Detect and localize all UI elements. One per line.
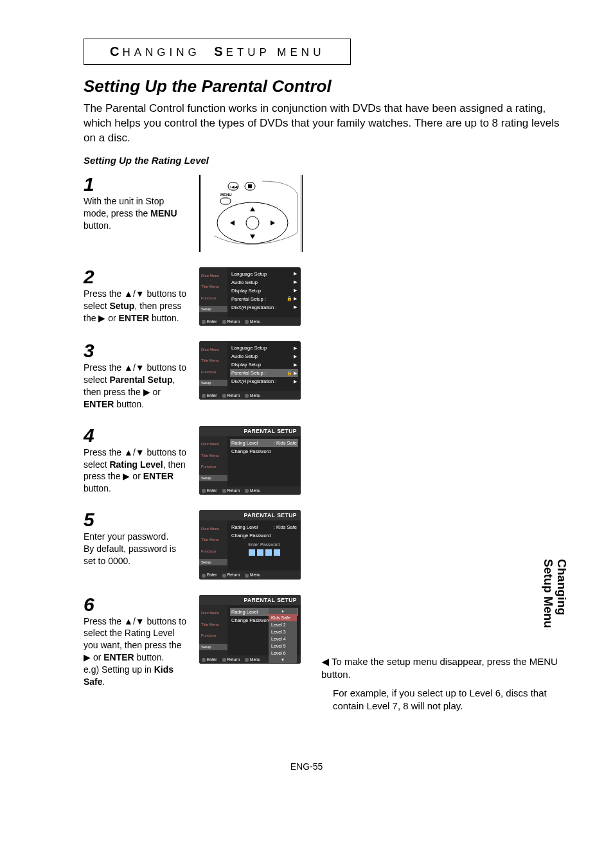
step-text: Enter your password. By default, passwor… <box>84 531 186 567</box>
page-title: Setting Up the Parental Control <box>84 76 574 96</box>
osd-screenshot-setup: Disc Menu Title Menu Function Setup Lang… <box>199 267 301 326</box>
step-number: 6 <box>84 595 186 614</box>
svg-text:MENU: MENU <box>220 193 232 197</box>
step-number: 1 <box>84 175 186 194</box>
side-tab: ChangingSetup Menu <box>541 559 568 628</box>
remote-illustration: I◀◀ MENU <box>199 175 303 252</box>
step-4: 4 Press the ▲/▼ buttons to select Rating… <box>84 426 574 495</box>
osd-screenshot-password: PARENTAL SETUP Disc Menu Title Menu Func… <box>199 510 301 579</box>
subheading: Setting Up the Rating Level <box>84 155 574 166</box>
step-number: 3 <box>84 341 186 360</box>
osd-screenshot-rating-level: PARENTAL SETUP Disc Menu Title Menu Func… <box>199 426 301 495</box>
svg-rect-6 <box>220 198 231 204</box>
level-dropdown: ▲ Kids Safe Level 2 Level 3 Level 4 Leve… <box>269 608 297 663</box>
step-number: 4 <box>84 426 186 445</box>
step-5: 5 Enter your password. By default, passw… <box>84 510 574 579</box>
step-2: 2 Press the ▲/▼ buttons to select Setup,… <box>84 267 574 326</box>
step-text: Press the ▲/▼ buttons to select the Rati… <box>84 616 186 688</box>
step-number: 5 <box>84 510 186 529</box>
section-banner: CHANGING SETUP MENU <box>84 39 351 65</box>
osd-screenshot-parental-hl: Disc Menu Title Menu Function Setup Lang… <box>199 341 301 400</box>
step-number: 2 <box>84 267 186 287</box>
step-text: With the unit in Stop mode, press the ME… <box>84 195 186 232</box>
page-number: ENG-55 <box>0 761 613 772</box>
svg-text:I◀◀: I◀◀ <box>230 185 238 189</box>
step-1: 1 With the unit in Stop mode, press the … <box>84 175 574 252</box>
osd-screenshot-level-select: PARENTAL SETUP Disc Menu Title Menu Func… <box>199 595 301 664</box>
svg-rect-5 <box>248 184 252 188</box>
side-note: ▶To make the setup menu disappear, press… <box>321 655 559 713</box>
svg-point-1 <box>246 217 259 229</box>
step-text: Press the ▲/▼ buttons to select Rating L… <box>84 447 186 495</box>
step-text: Press the ▲/▼ buttons to select Setup, t… <box>84 288 186 324</box>
step-3: 3 Press the ▲/▼ buttons to select Parent… <box>84 341 574 411</box>
password-boxes <box>230 549 298 556</box>
triangle-icon: ▶ <box>321 655 329 668</box>
intro-text: The Parental Control function works in c… <box>84 102 572 146</box>
step-text: Press the ▲/▼ buttons to select Parental… <box>84 362 186 411</box>
